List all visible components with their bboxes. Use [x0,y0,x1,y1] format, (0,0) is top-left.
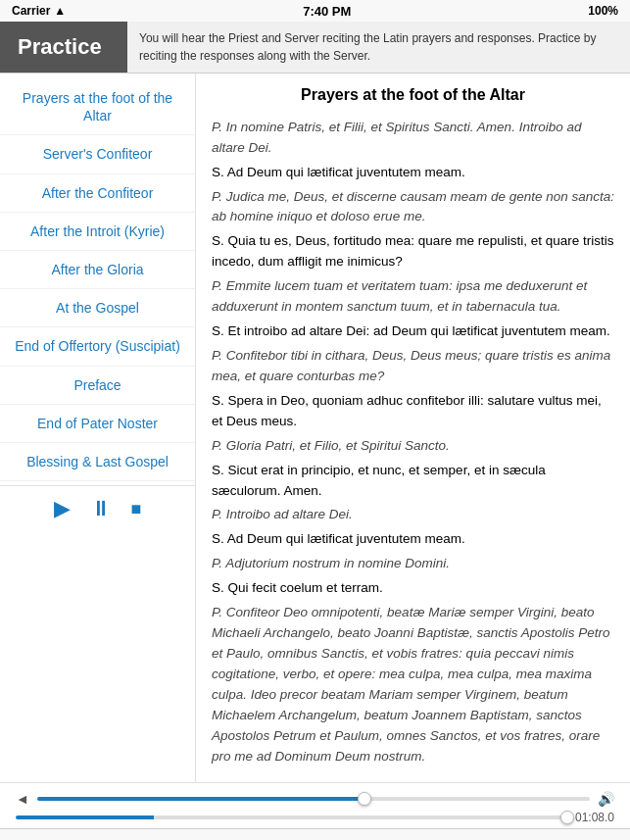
sidebar-item-7[interactable]: Preface [0,367,195,405]
content-paragraph: S. Ad Deum qui lætificat juventutem meam… [212,529,614,550]
content-paragraph: S. Sicut erat in principio, et nunc, et … [212,461,614,502]
content-paragraph: S. Spera in Deo, quoniam adhuc confitebo… [212,391,614,432]
pause-button[interactable]: ⏸ [90,498,112,519]
sidebar: Prayers at the foot of the Altar Server'… [0,74,196,782]
progress-row: 01:08.0 [16,811,614,824]
header: Practice You will hear the Priest and Se… [0,22,630,74]
content-paragraph: P. In nomine Patris, et Filii, et Spirit… [212,118,614,159]
sidebar-item-1[interactable]: Server's Confiteor [0,135,195,173]
progress-thumb [560,811,574,824]
sidebar-item-5[interactable]: At the Gospel [0,289,195,327]
content-paragraph: S. Qui fecit coelum et terram. [212,578,614,599]
sidebar-item-8[interactable]: End of Pater Noster [0,405,195,443]
sidebar-item-6[interactable]: End of Offertory (Suscipiat) [0,327,195,366]
sidebar-item-3[interactable]: After the Introit (Kyrie) [0,213,195,251]
carrier-label: Carrier [12,4,50,18]
media-controls: ▶ ⏸ ■ [0,485,195,531]
content-title: Prayers at the foot of the Altar [212,83,614,108]
content-paragraph: S. Quia tu es, Deus, fortitudo mea: quar… [212,231,614,272]
volume-up-icon: 🔊 [598,791,614,807]
progress-bar[interactable] [16,815,567,819]
stop-button[interactable]: ■ [131,500,142,518]
content-paragraph: P. Confiteor Deo omnipotenti, beatæ Mari… [212,603,614,766]
content-area: Prayers at the foot of the Altar P. In n… [196,74,630,782]
status-bar: Carrier ▲ 7:40 PM 100% [0,0,630,22]
app-title: Practice [0,22,127,73]
time-label: 7:40 PM [303,4,351,19]
content-body: P. In nomine Patris, et Filii, et Spirit… [212,118,614,767]
content-paragraph: P. Confitebor tibi in cithara, Deus, Deu… [212,346,614,387]
battery-label: 100% [588,4,618,18]
nav-memorize[interactable]: MEMORIZE [158,829,315,840]
content-paragraph: P. Emmite lucem tuam et veritatem tuam: … [212,276,614,318]
main-layout: Prayers at the foot of the Altar Server'… [0,74,630,782]
nav-practice[interactable]: PRACTICE [315,829,473,840]
nav-home[interactable]: ⌂ HOME [0,829,158,840]
time-label: 01:08.0 [575,811,614,824]
sidebar-item-4[interactable]: After the Gloria [0,251,195,289]
volume-fill [37,797,368,801]
signal-icon: ▲ [54,4,66,18]
content-paragraph: P. Introibo ad altare Dei. [212,505,614,525]
sidebar-item-2[interactable]: After the Confiteor [0,174,195,213]
volume-row: ◄ 🔊 [16,791,614,807]
status-left: Carrier ▲ [12,4,66,18]
sidebar-item-9[interactable]: Blessing & Last Gospel [0,443,195,481]
header-description: You will hear the Priest and Server reci… [127,22,630,73]
content-paragraph: P. Judica me, Deus, et discerne causam m… [212,187,614,228]
audio-player: ◄ 🔊 01:08.0 [0,782,630,828]
nav-test[interactable]: TEST [472,829,630,840]
content-paragraph: P. Adjutorium nostrum in nomine Domini. [212,554,614,574]
volume-slider[interactable] [37,797,590,801]
content-paragraph: S. Et introibo ad altare Dei: ad Deum qu… [212,321,614,342]
volume-down-icon: ◄ [16,791,29,807]
volume-thumb [358,792,371,806]
sidebar-item-0[interactable]: Prayers at the foot of the Altar [0,79,195,135]
content-paragraph: S. Ad Deum qui lætificat juventutem meam… [212,163,614,183]
play-button[interactable]: ▶ [54,498,71,519]
content-paragraph: P. Gloria Patri, et Filio, et Spiritui S… [212,436,614,457]
bottom-nav: ⌂ HOME MEMORIZE PRACTICE TEST [0,828,630,840]
